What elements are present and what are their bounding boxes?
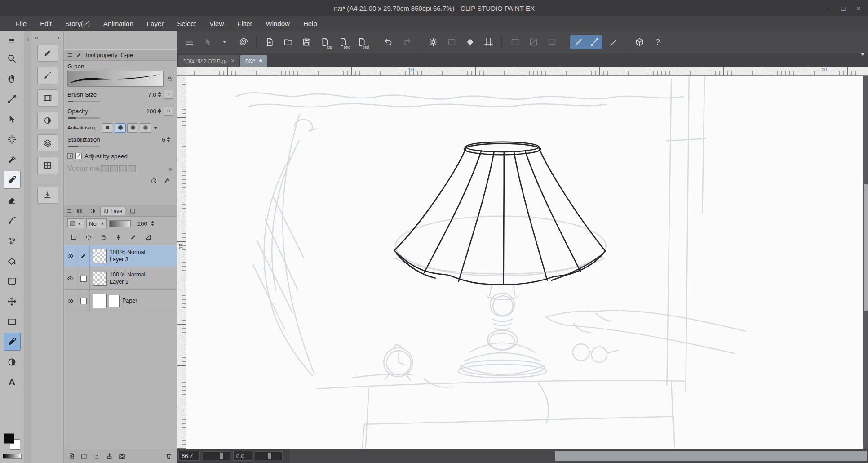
anti-aliasing-weak-button[interactable]	[115, 123, 126, 133]
blend-tool[interactable]	[4, 353, 21, 371]
edit-checkbox[interactable]	[77, 267, 90, 289]
clip-studio-button[interactable]	[235, 35, 251, 49]
tool-property-header[interactable]: Tool property: G-pe	[64, 49, 177, 61]
eyedropper-tool[interactable]	[4, 151, 21, 169]
history-clock-icon[interactable]	[151, 178, 157, 184]
lock-icon[interactable]	[166, 76, 173, 82]
menu-file[interactable]: File	[9, 16, 33, 31]
edit-checkbox[interactable]	[77, 290, 90, 312]
selection-clear-button[interactable]	[525, 35, 541, 49]
minimize-button[interactable]: –	[826, 4, 829, 12]
tab-close-icon[interactable]: ×	[231, 57, 235, 64]
tabbar-collapse-chevron[interactable]	[861, 56, 864, 64]
zoom-value-field[interactable]: 66.7	[178, 451, 200, 461]
editing-pencil-icon[interactable]	[77, 245, 90, 267]
move-lock-button[interactable]	[83, 232, 94, 242]
paper-thumbnail[interactable]	[93, 294, 107, 308]
layer-row-layer1[interactable]: 100 % Normal Layer 1	[64, 267, 177, 290]
mask-disable-button[interactable]	[142, 232, 153, 242]
horizontal-scrollbar[interactable]	[290, 449, 868, 463]
opacity-value[interactable]: 100	[142, 108, 156, 115]
expand-plus-icon[interactable]	[67, 153, 73, 159]
timeline-palette-button[interactable]	[37, 89, 58, 107]
stabilization-stepper[interactable]	[167, 136, 170, 142]
opacity-options-button[interactable]: ⊘	[164, 107, 173, 116]
object-select-button[interactable]	[200, 35, 216, 49]
clip-to-layer-button[interactable]	[68, 232, 79, 242]
visibility-eye-icon[interactable]	[64, 245, 77, 267]
menu-edit[interactable]: Edit	[33, 16, 58, 31]
brush-size-options-button[interactable]: »	[164, 90, 173, 99]
undo-button[interactable]	[380, 35, 396, 49]
new-layer-icon[interactable]	[68, 453, 75, 459]
layer-opacity-slider[interactable]	[109, 220, 131, 227]
rotation-value-field[interactable]: 0.0	[233, 451, 252, 461]
collapse-double-arrow-icon[interactable]: «	[35, 34, 38, 41]
lock-transparent-button[interactable]	[113, 232, 124, 242]
color-wheel-palette-button[interactable]	[37, 112, 58, 129]
redo-button[interactable]	[399, 35, 415, 49]
save-button[interactable]	[298, 35, 314, 49]
fill-tool[interactable]	[4, 252, 21, 270]
layer-palette-combo[interactable]	[67, 218, 84, 228]
anti-aliasing-none-button[interactable]	[102, 123, 113, 133]
zoom-slider[interactable]	[203, 451, 230, 460]
layer-row-layer3[interactable]: 100 % Normal Layer 3	[64, 245, 177, 267]
menu-help[interactable]: Help	[297, 16, 324, 31]
blend-mode-select[interactable]: Nor	[86, 218, 107, 228]
layer-palette-button[interactable]	[37, 134, 58, 151]
layer-thumbnail[interactable]	[93, 249, 107, 263]
deselect-button[interactable]	[425, 35, 441, 49]
brush-tool[interactable]	[4, 211, 21, 229]
layer-opacity-value[interactable]: 100	[133, 220, 147, 227]
move-tool[interactable]	[4, 292, 21, 310]
export-jpg-button[interactable]: jpg	[317, 35, 333, 49]
layer-panel-menu-icon[interactable]	[66, 208, 72, 214]
vector-expand-arrow[interactable]: ▸	[169, 165, 173, 173]
merge-down-icon[interactable]	[106, 453, 113, 459]
horizontal-scrollbar-thumb[interactable]	[555, 451, 867, 461]
vertical-scrollbar[interactable]	[863, 76, 868, 449]
layer-thumbnail[interactable]	[93, 272, 107, 286]
brush-size-stepper[interactable]	[158, 91, 161, 98]
menu-layer[interactable]: Layer	[140, 16, 171, 31]
pen-tool[interactable]	[4, 171, 21, 189]
help-button[interactable]: ?	[650, 35, 666, 49]
drawing-canvas[interactable]	[186, 76, 868, 449]
tab-layer-property[interactable]	[87, 207, 98, 215]
opacity-slider[interactable]	[68, 117, 100, 119]
snap-to-grid-button[interactable]	[605, 35, 621, 49]
command-bar-menu-button[interactable]	[182, 35, 198, 49]
layer-row-paper[interactable]: Paper	[64, 290, 177, 312]
brush-size-value[interactable]: 7.0	[142, 91, 156, 98]
layer-name[interactable]: Layer 1	[110, 279, 145, 286]
snap-to-special-ruler-button[interactable]	[586, 35, 602, 49]
layer-name[interactable]: Paper	[122, 298, 137, 305]
left-ruler[interactable]: 10	[177, 76, 186, 449]
menu-animation[interactable]: Animation	[97, 16, 140, 31]
tab-subview[interactable]	[127, 207, 138, 215]
adjust-by-speed-checkbox[interactable]	[75, 153, 82, 159]
selection-border-button[interactable]	[507, 35, 523, 49]
vertical-scrollbar-thumb[interactable]	[864, 184, 868, 311]
menu-view[interactable]: View	[203, 16, 230, 31]
zoom-tool[interactable]	[4, 49, 21, 67]
settings-wrench-icon[interactable]	[164, 178, 170, 184]
open-file-button[interactable]	[280, 35, 296, 49]
collapse-arrow-icon[interactable]: ‹	[58, 34, 60, 41]
figure-tool[interactable]	[4, 312, 21, 330]
palette-divider[interactable]: ‖	[24, 31, 31, 463]
menu-story[interactable]: Story(P)	[58, 16, 97, 31]
layer-name[interactable]: Layer 3	[110, 256, 145, 263]
new-folder-icon[interactable]	[81, 453, 88, 459]
vector-option-2[interactable]	[110, 165, 118, 172]
tab-layer[interactable]: Laye	[100, 207, 125, 215]
vector-option-4[interactable]	[128, 165, 136, 172]
vector-option-1[interactable]	[101, 165, 109, 172]
material-download-button[interactable]	[37, 187, 58, 204]
close-button[interactable]: ×	[857, 4, 861, 12]
sub-tool-pen-button[interactable]	[37, 45, 58, 62]
vector-option-3[interactable]	[119, 165, 127, 172]
document-tab-2-active[interactable]: מח*	[240, 55, 268, 67]
anti-aliasing-medium-button[interactable]	[127, 123, 138, 133]
